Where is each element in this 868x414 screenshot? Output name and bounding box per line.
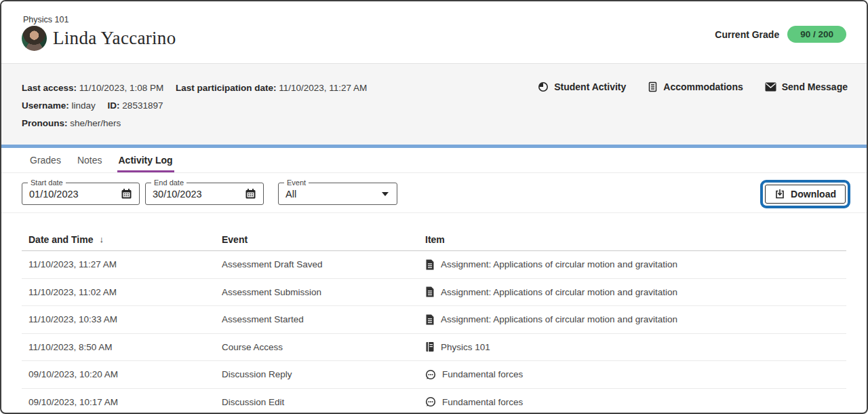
identity-line: Username: linday ID: 28531897 xyxy=(22,100,867,111)
pronouns-line: Pronouns: she/her/hers xyxy=(22,118,867,128)
pronouns-value: she/her/hers xyxy=(70,118,121,128)
student-info-bar: Last access: 11/10/2023, 1:08 PM Last pa… xyxy=(1,63,867,145)
table-row: 09/10/2023, 10:20 AM Discussion Reply Fu… xyxy=(22,361,846,389)
table-header-row: Date and Time ↓ Event Item xyxy=(22,213,846,251)
book-icon xyxy=(425,341,435,352)
row-event: Discussion Reply xyxy=(222,369,425,379)
tab-bar: Grades Notes Activity Log xyxy=(1,148,867,173)
event-filter-value: All xyxy=(285,189,296,200)
row-item-link[interactable]: Assignment: Applications of circular mot… xyxy=(441,287,677,297)
row-event: Course Access xyxy=(222,342,425,352)
row-datetime: 11/10/2023, 10:33 AM xyxy=(22,314,222,324)
calendar-icon[interactable] xyxy=(245,188,256,200)
tab-grades[interactable]: Grades xyxy=(28,148,62,172)
row-item-link[interactable]: Assignment: Applications of circular mot… xyxy=(441,259,677,269)
row-event: Discussion Edit xyxy=(222,397,425,407)
table-row: 09/10/2023, 10:17 AM Discussion Edit Fun… xyxy=(22,389,846,413)
row-datetime: 11/10/2023, 8:50 AM xyxy=(22,342,222,352)
accommodations-icon xyxy=(648,81,658,92)
accommodations-button[interactable]: Accommodations xyxy=(648,81,743,92)
discussion-icon xyxy=(425,396,436,407)
send-message-button[interactable]: Send Message xyxy=(765,81,848,92)
row-item-link[interactable]: Fundamental forces xyxy=(442,397,523,407)
pronouns-label: Pronouns: xyxy=(22,118,68,128)
table-row: 11/10/2023, 11:02 AM Assessment Submissi… xyxy=(22,279,846,307)
download-button[interactable]: Download xyxy=(765,185,846,204)
row-event: Assessment Submission xyxy=(222,287,425,297)
event-filter-label: Event xyxy=(284,178,309,187)
row-item-link[interactable]: Fundamental forces xyxy=(442,369,523,379)
last-participation-label: Last participation date: xyxy=(176,83,277,93)
row-event: Assessment Draft Saved xyxy=(222,259,425,269)
header: Physics 101 Linda Yaccarino Current Grad… xyxy=(1,1,867,63)
username-label: Username: xyxy=(22,100,69,111)
student-activity-button[interactable]: Student Activity xyxy=(538,81,626,92)
assignment-icon xyxy=(425,314,435,325)
course-name: Physics 101 xyxy=(23,15,68,24)
row-item-link[interactable]: Physics 101 xyxy=(441,342,490,352)
column-header-event: Event xyxy=(222,234,425,245)
avatar xyxy=(22,26,47,51)
start-date-value: 01/10/2023 xyxy=(29,189,79,200)
send-message-label: Send Message xyxy=(782,81,848,92)
discussion-icon xyxy=(425,369,436,380)
chevron-down-icon xyxy=(382,192,390,196)
row-datetime: 11/10/2023, 11:02 AM xyxy=(22,287,222,297)
assignment-icon xyxy=(425,259,435,270)
id-label: ID: xyxy=(108,100,120,111)
download-callout-highlight: Download xyxy=(760,180,850,208)
last-access-label: Last access: xyxy=(22,83,77,93)
student-activity-label: Student Activity xyxy=(554,81,626,92)
activity-log-table: Date and Time ↓ Event Item 11/10/2023, 1… xyxy=(22,213,846,413)
envelope-icon xyxy=(765,82,776,92)
end-date-field[interactable]: End date 30/10/2023 xyxy=(145,183,264,205)
page-title: Linda Yaccarino xyxy=(53,28,176,49)
download-icon xyxy=(774,189,785,200)
column-header-item: Item xyxy=(425,234,846,245)
row-event: Assessment Started xyxy=(222,314,425,324)
row-datetime: 09/10/2023, 10:17 AM xyxy=(22,397,222,407)
row-item-link[interactable]: Assignment: Applications of circular mot… xyxy=(441,314,677,324)
current-grade-label: Current Grade xyxy=(715,29,779,40)
tab-activity-log[interactable]: Activity Log xyxy=(117,148,174,172)
sort-descending-icon[interactable]: ↓ xyxy=(99,234,104,244)
last-participation-value: 11/10/2023, 11:27 AM xyxy=(279,83,367,93)
grade-badge[interactable]: 90 / 200 xyxy=(787,26,846,43)
current-grade: Current Grade 90 / 200 xyxy=(715,26,846,43)
student-details: Last access: 11/10/2023, 1:08 PM Last pa… xyxy=(1,64,867,128)
end-date-label: End date xyxy=(151,178,186,187)
start-date-label: Start date xyxy=(28,178,66,187)
download-label: Download xyxy=(791,189,836,200)
event-filter-select[interactable]: Event All xyxy=(278,183,397,205)
clock-icon xyxy=(538,81,549,92)
row-datetime: 09/10/2023, 10:20 AM xyxy=(22,369,222,379)
username-value: linday xyxy=(72,100,96,111)
calendar-icon[interactable] xyxy=(121,188,132,200)
last-access-value: 11/10/2023, 1:08 PM xyxy=(79,83,163,93)
filter-bar: Start date 01/10/2023 End date 30/10/202… xyxy=(1,174,867,213)
student-profile-window: Physics 101 Linda Yaccarino Current Grad… xyxy=(0,0,868,414)
student-identity: Linda Yaccarino xyxy=(22,26,176,51)
column-header-date[interactable]: Date and Time ↓ xyxy=(22,234,222,245)
download-area: Download xyxy=(760,180,850,208)
end-date-value: 30/10/2023 xyxy=(153,189,202,200)
assignment-icon xyxy=(425,286,435,297)
tab-notes[interactable]: Notes xyxy=(76,148,104,172)
start-date-field[interactable]: Start date 01/10/2023 xyxy=(22,183,140,205)
accommodations-label: Accommodations xyxy=(663,81,743,92)
id-value: 28531897 xyxy=(122,100,163,111)
table-row: 11/10/2023, 8:50 AM Course Access Physic… xyxy=(22,334,846,362)
table-row: 11/10/2023, 10:33 AM Assessment Started … xyxy=(22,306,846,334)
table-row: 11/10/2023, 11:27 AM Assessment Draft Sa… xyxy=(22,251,846,279)
row-datetime: 11/10/2023, 11:27 AM xyxy=(22,259,222,269)
profile-actions: Student Activity Accommodations Send Mes… xyxy=(538,81,848,92)
